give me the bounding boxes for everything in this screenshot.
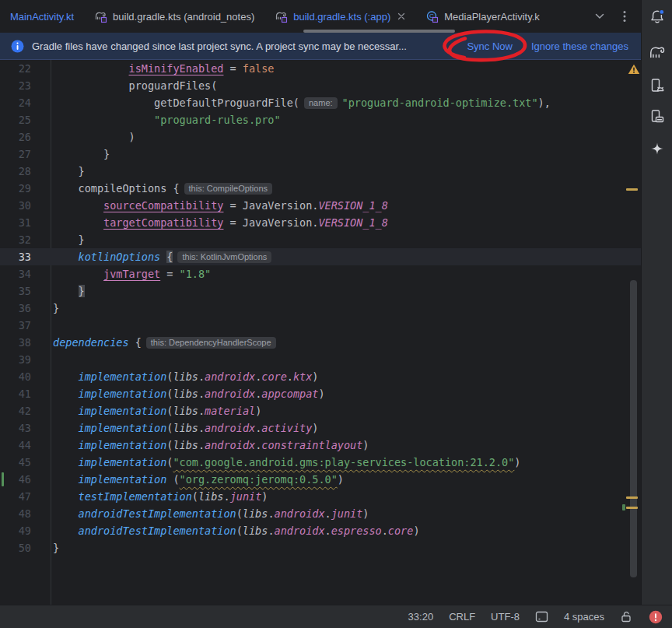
- gutter[interactable]: 49: [0, 522, 51, 539]
- tab-build-gradle-android-notes[interactable]: build.gradle.kts (android_notes): [84, 0, 264, 33]
- code-text: implementation("com.google.android.gms:p…: [51, 454, 521, 471]
- notifications-bell-icon[interactable]: [646, 6, 668, 28]
- gutter[interactable]: 34: [0, 265, 51, 282]
- token: "org.zeromq:jeromq:0.5.0": [180, 473, 338, 486]
- unlocked-icon[interactable]: [620, 610, 633, 623]
- device-explorer-icon[interactable]: [646, 106, 668, 128]
- indent-setting[interactable]: 4 spaces: [564, 611, 604, 623]
- gutter[interactable]: 25: [0, 111, 51, 128]
- code-line[interactable]: 29 compileOptions {this: CompileOptions: [0, 180, 641, 197]
- ignore-changes-link[interactable]: Ignore these changes: [531, 40, 628, 52]
- code-line[interactable]: 30 sourceCompatibility = JavaVersion.VER…: [0, 197, 641, 214]
- code-line[interactable]: 47 testImplementation(libs.junit): [0, 488, 641, 505]
- line-number: 37: [0, 317, 31, 334]
- gutter[interactable]: 29: [0, 180, 51, 197]
- code-line[interactable]: 48 androidTestImplementation(libs.androi…: [0, 505, 641, 522]
- code-line[interactable]: 40 implementation(libs.androidx.core.ktx…: [0, 368, 641, 385]
- code-line[interactable]: 43 implementation(libs.androidx.activity…: [0, 419, 641, 437]
- gutter[interactable]: 50: [0, 539, 51, 556]
- gutter[interactable]: 33: [0, 248, 51, 265]
- gutter[interactable]: 37: [0, 317, 51, 334]
- more-options-kebab-icon[interactable]: [616, 8, 633, 25]
- reader-mode-icon[interactable]: [535, 611, 548, 623]
- code-line[interactable]: 41 implementation(libs.androidx.appcompa…: [0, 385, 641, 402]
- code-line[interactable]: 42 implementation(libs.material): [0, 402, 641, 419]
- gutter[interactable]: 32: [0, 231, 51, 248]
- code-line[interactable]: 26 ): [0, 128, 641, 146]
- gutter[interactable]: 36: [0, 300, 51, 317]
- code-line[interactable]: 36}: [0, 300, 641, 317]
- tab-build-gradle-app[interactable]: build.gradle.kts (:app): [264, 0, 415, 33]
- token: }: [79, 285, 85, 297]
- code-line[interactable]: 22 isMinifyEnabled = false: [0, 60, 641, 77]
- code-line[interactable]: 37: [0, 317, 641, 334]
- gutter[interactable]: 43: [0, 419, 51, 437]
- code-editor[interactable]: 22 isMinifyEnabled = false23 proguardFil…: [0, 60, 641, 605]
- code-line[interactable]: 45 implementation("com.google.android.gm…: [0, 454, 641, 471]
- gutter[interactable]: 47: [0, 488, 51, 505]
- tab-mainactivity[interactable]: MainActivity.kt: [0, 0, 84, 33]
- gutter[interactable]: 30: [0, 197, 51, 214]
- code-text: ): [51, 128, 135, 146]
- caret-position[interactable]: 33:20: [408, 611, 434, 623]
- tool-window-rail: [641, 0, 672, 605]
- stripe-changed-mark[interactable]: [622, 504, 625, 510]
- gutter[interactable]: 27: [0, 146, 51, 163]
- code-line[interactable]: 23 proguardFiles(: [0, 77, 641, 94]
- gutter[interactable]: 45: [0, 454, 51, 471]
- sync-now-link[interactable]: Sync Now: [467, 40, 513, 52]
- gutter[interactable]: 40: [0, 368, 51, 385]
- code-line[interactable]: 35 }: [0, 282, 641, 300]
- stripe-warning-mark[interactable]: [626, 496, 638, 499]
- code-text: androidTestImplementation(libs.androidx.…: [51, 522, 420, 539]
- code-line[interactable]: 24 getDefaultProguardFile(name:"proguard…: [0, 94, 641, 111]
- gutter[interactable]: 22: [0, 60, 51, 77]
- gradle-tool-window-icon[interactable]: [646, 42, 668, 64]
- gutter[interactable]: 41: [0, 385, 51, 402]
- line-separator[interactable]: CRLF: [449, 611, 475, 623]
- code-line[interactable]: 39: [0, 351, 641, 368]
- code-line[interactable]: 34 jvmTarget = "1.8": [0, 265, 641, 282]
- gutter[interactable]: 35: [0, 282, 51, 300]
- inspections-warning-icon[interactable]: [628, 64, 640, 77]
- stripe-warning-mark[interactable]: [626, 507, 638, 509]
- gutter[interactable]: 44: [0, 437, 51, 454]
- gutter[interactable]: 26: [0, 128, 51, 146]
- stripe-warning-mark[interactable]: [626, 188, 638, 191]
- gutter[interactable]: 48: [0, 505, 51, 522]
- code-line[interactable]: 38dependencies {this: DependencyHandlerS…: [0, 334, 641, 351]
- gutter[interactable]: 28: [0, 163, 51, 180]
- gemini-sparkle-icon[interactable]: [646, 139, 668, 160]
- code-line[interactable]: 49 androidTestImplementation(libs.androi…: [0, 522, 641, 539]
- gutter[interactable]: 39: [0, 351, 51, 368]
- close-tab-icon[interactable]: [397, 12, 405, 20]
- chevron-down-icon[interactable]: [591, 8, 608, 25]
- code-line[interactable]: 50}: [0, 539, 641, 556]
- gutter[interactable]: 31: [0, 214, 51, 231]
- code-line[interactable]: 28 }: [0, 163, 641, 180]
- code-line[interactable]: 27 }: [0, 146, 641, 163]
- gutter[interactable]: 24: [0, 94, 51, 111]
- file-encoding[interactable]: UTF-8: [491, 611, 520, 623]
- gutter[interactable]: 38: [0, 334, 51, 351]
- code-line[interactable]: 46 implementation ("org.zeromq:jeromq:0.…: [0, 471, 641, 488]
- code-line[interactable]: 32 }: [0, 231, 641, 248]
- tab-label: build.gradle.kts (android_notes): [113, 11, 254, 23]
- code-text: implementation(libs.androidx.appcompat): [51, 385, 325, 402]
- gutter[interactable]: 42: [0, 402, 51, 419]
- token: .: [287, 370, 293, 383]
- token: "1.8": [180, 268, 212, 280]
- token: testImplementation: [79, 490, 192, 503]
- gutter[interactable]: 46: [0, 471, 51, 488]
- gutter[interactable]: 23: [0, 77, 51, 94]
- token: implementation: [79, 388, 167, 400]
- token: ): [362, 439, 369, 451]
- error-analysis-icon[interactable]: [649, 610, 663, 624]
- code-line[interactable]: 44 implementation(libs.androidx.constrai…: [0, 437, 641, 454]
- code-line[interactable]: 33 kotlinOptions {this: KotlinJvmOptions: [0, 248, 641, 265]
- tab-mediaplayeractivity[interactable]: C MediaPlayerActivity.k: [415, 0, 550, 33]
- editor-scrollbar-thumb[interactable]: [630, 280, 637, 577]
- running-devices-icon[interactable]: [646, 75, 668, 96]
- code-line[interactable]: 31 targetCompatibility = JavaVersion.VER…: [0, 214, 641, 231]
- code-line[interactable]: 25 "proguard-rules.pro": [0, 111, 641, 128]
